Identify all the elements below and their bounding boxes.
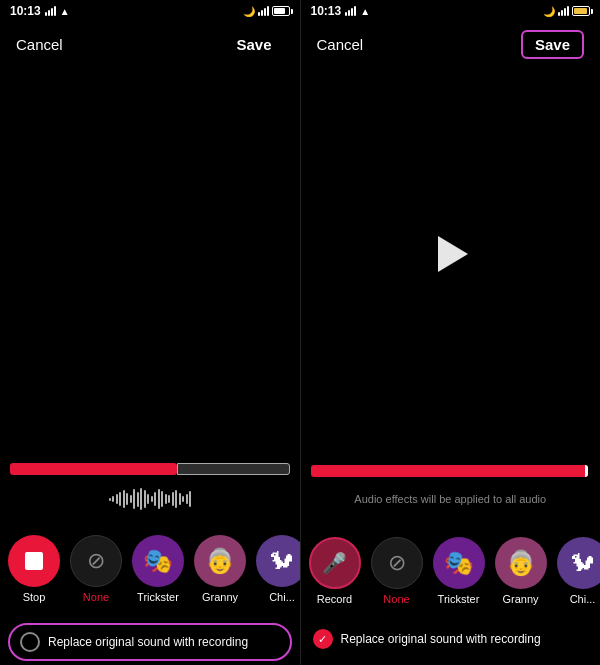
waveform-bar (126, 493, 128, 505)
right-filter-granny[interactable]: 👵 Granny (495, 537, 547, 605)
bar4 (54, 6, 56, 16)
waveform-bar (123, 490, 125, 508)
left-battery-icon (272, 6, 290, 16)
waveform-bar (144, 490, 146, 508)
left-cancel-button[interactable]: Cancel (16, 36, 63, 53)
left-filter-granny[interactable]: 👵 Granny (194, 535, 246, 603)
rbar3 (351, 8, 353, 16)
right-none-label: None (383, 593, 409, 605)
rcbar3 (564, 8, 566, 16)
right-record-circle[interactable]: 🎤 (309, 537, 361, 589)
right-save-button[interactable]: Save (521, 30, 584, 59)
waveform-bar (165, 494, 167, 504)
right-cell-signal (558, 6, 569, 16)
left-bottom-bar[interactable]: Replace original sound with recording (8, 623, 292, 661)
right-record-label: Record (317, 593, 352, 605)
right-no-sign-icon: ⊘ (388, 550, 406, 576)
left-battery-fill (274, 8, 285, 14)
right-chipmunk-label: Chi... (570, 593, 596, 605)
left-stop-circle[interactable] (8, 535, 60, 587)
cbar1 (258, 12, 260, 16)
right-filter-none[interactable]: ⊘ None (371, 537, 423, 605)
left-panel: 10:13 ▲ 🌙 Cancel Save (0, 0, 300, 665)
right-filter-strip: 🎤 Record ⊘ None 🎭 Trickster 👵 Granny 🐿 C… (301, 521, 601, 621)
left-filter-stop[interactable]: Stop (8, 535, 60, 603)
right-header: Cancel Save (301, 22, 601, 66)
right-video-area[interactable] (301, 66, 601, 441)
rbar1 (345, 12, 347, 16)
left-filter-none[interactable]: ⊘ None (70, 535, 122, 603)
waveform-bar (161, 491, 163, 507)
waveform-bar (116, 494, 118, 504)
right-check-filled[interactable]: ✓ (313, 629, 333, 649)
rcbar1 (558, 12, 560, 16)
right-battery-fill (574, 8, 587, 14)
waveform-bar (182, 496, 184, 502)
left-timeline (0, 439, 300, 519)
waveform-bar (137, 492, 139, 507)
right-granny-avatar[interactable]: 👵 (495, 537, 547, 589)
right-chipmunk-avatar[interactable]: 🐿 (557, 537, 601, 589)
waveform-bar (151, 496, 153, 502)
right-bottom-label: Replace original sound with recording (341, 632, 541, 646)
left-stop-label: Stop (23, 591, 46, 603)
waveform-bar (112, 496, 114, 502)
bar1 (45, 12, 47, 16)
right-trickster-label: Trickster (438, 593, 480, 605)
right-play-button[interactable] (438, 236, 468, 272)
left-status-bar: 10:13 ▲ 🌙 (0, 0, 300, 22)
waveform-bar (109, 498, 111, 501)
left-filter-chipmunk[interactable]: 🐿 Chi... (256, 535, 300, 603)
right-filter-chipmunk[interactable]: 🐿 Chi... (557, 537, 601, 605)
left-granny-avatar[interactable]: 👵 (194, 535, 246, 587)
right-moon-icon: 🌙 (543, 6, 555, 17)
right-none-circle[interactable]: ⊘ (371, 537, 423, 589)
right-battery-icon (572, 6, 590, 16)
waveform-bar (189, 491, 191, 507)
waveform-bar (179, 493, 181, 505)
right-cancel-button[interactable]: Cancel (317, 36, 364, 53)
right-wifi-icon: ▲ (360, 6, 370, 17)
left-trickster-avatar[interactable]: 🎭 (132, 535, 184, 587)
right-audio-effects: Audio effects will be applied to all aud… (301, 481, 601, 521)
left-bottom-label: Replace original sound with recording (48, 635, 248, 649)
waveform-bar (168, 495, 170, 503)
rcbar4 (567, 6, 569, 16)
left-none-label: None (83, 591, 109, 603)
right-bottom-bar[interactable]: ✓ Replace original sound with recording (301, 621, 601, 665)
left-signal (45, 6, 56, 16)
left-none-circle[interactable]: ⊘ (70, 535, 122, 587)
waveform-bar (158, 489, 160, 509)
right-granny-label: Granny (502, 593, 538, 605)
cbar3 (264, 8, 266, 16)
left-status-left: 10:13 ▲ (10, 4, 70, 18)
left-filter-trickster[interactable]: 🎭 Trickster (132, 535, 184, 603)
right-red-bar (311, 465, 589, 477)
left-checkbox[interactable] (20, 632, 40, 652)
right-mic-icon: 🎤 (322, 551, 347, 575)
left-save-button[interactable]: Save (224, 32, 283, 57)
rbar2 (348, 10, 350, 16)
right-filter-record[interactable]: 🎤 Record (309, 537, 361, 605)
left-cell-signal (258, 6, 269, 16)
left-time: 10:13 (10, 4, 41, 18)
right-audio-effects-text: Audio effects will be applied to all aud… (344, 493, 556, 509)
rcbar2 (561, 10, 563, 16)
right-trickster-avatar[interactable]: 🎭 (433, 537, 485, 589)
right-bar-end (585, 465, 588, 477)
waveform-bar (172, 492, 174, 506)
right-signal (345, 6, 356, 16)
left-moon-icon: 🌙 (243, 6, 255, 17)
left-chipmunk-label: Chi... (269, 591, 295, 603)
left-waveform-area (0, 479, 300, 519)
left-red-bar (10, 463, 177, 475)
right-progress-row (301, 461, 601, 481)
cbar4 (267, 6, 269, 16)
left-progress-row (0, 459, 300, 479)
right-filter-trickster[interactable]: 🎭 Trickster (433, 537, 485, 605)
right-status-left: 10:13 ▲ (311, 4, 371, 18)
left-filter-strip: Stop ⊘ None 🎭 Trickster 👵 Granny 🐿 Chi..… (0, 519, 300, 619)
left-white-box (177, 463, 290, 475)
left-chipmunk-avatar[interactable]: 🐿 (256, 535, 300, 587)
cbar2 (261, 10, 263, 16)
